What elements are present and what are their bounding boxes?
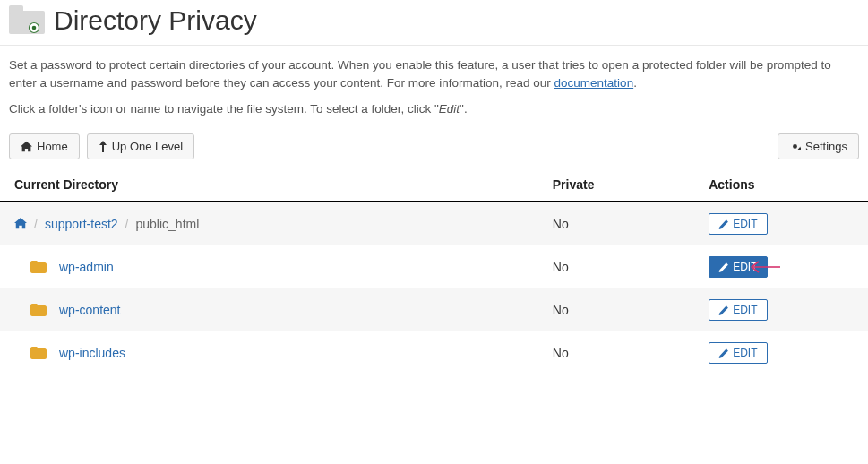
folder-icon bbox=[30, 347, 47, 359]
intro-sub-text: Click a folder's icon or name to navigat… bbox=[0, 91, 868, 128]
folder-name-link[interactable]: wp-admin bbox=[59, 260, 114, 274]
col-header-private: Private bbox=[538, 168, 694, 202]
table-row: wp-includesNoEDIT bbox=[0, 331, 868, 374]
table-header-row: Current Directory Private Actions bbox=[0, 168, 868, 202]
home-icon bbox=[14, 217, 27, 229]
page-title: Directory Privacy bbox=[54, 5, 257, 36]
folder-name-link[interactable]: wp-content bbox=[59, 303, 120, 317]
pencil-icon bbox=[718, 262, 728, 272]
folder-icon bbox=[30, 261, 47, 273]
breadcrumb-segment-1[interactable]: support-test2 bbox=[45, 217, 118, 231]
edit-button-label: EDIT bbox=[733, 218, 757, 230]
gear-icon bbox=[789, 141, 801, 152]
toolbar: Home Up One Level Settings bbox=[0, 128, 868, 168]
toolbar-left: Home Up One Level bbox=[9, 133, 194, 159]
home-icon bbox=[21, 141, 32, 152]
table-row: wp-contentNoEDIT bbox=[0, 288, 868, 331]
directory-privacy-icon bbox=[9, 5, 45, 36]
up-arrow-icon bbox=[99, 141, 107, 152]
settings-button[interactable]: Settings bbox=[778, 133, 859, 159]
private-value: No bbox=[538, 202, 694, 245]
page-header: Directory Privacy bbox=[0, 0, 868, 46]
svg-rect-1 bbox=[9, 5, 23, 14]
intro-before: Set a password to protect certain direct… bbox=[9, 58, 831, 90]
annotation-arrow-icon bbox=[748, 261, 780, 273]
table-row-breadcrumb: / support-test2 / public_html No EDIT bbox=[0, 202, 868, 245]
folder-entry: wp-admin bbox=[14, 260, 524, 274]
folder-name-link[interactable]: wp-includes bbox=[59, 346, 125, 360]
breadcrumb-home-link[interactable] bbox=[14, 217, 27, 232]
home-button-label: Home bbox=[37, 140, 68, 153]
breadcrumb-separator: / bbox=[34, 217, 38, 231]
pencil-icon bbox=[718, 348, 728, 358]
up-one-level-button[interactable]: Up One Level bbox=[87, 133, 195, 159]
edit-button[interactable]: EDIT bbox=[709, 342, 767, 364]
pencil-icon bbox=[718, 219, 728, 229]
intro-sub-suffix: ". bbox=[460, 102, 468, 116]
private-value: No bbox=[538, 331, 694, 374]
directory-table: Current Directory Private Actions / supp… bbox=[0, 168, 868, 374]
pencil-icon bbox=[718, 305, 728, 315]
folder-entry: wp-includes bbox=[14, 346, 524, 360]
home-button[interactable]: Home bbox=[9, 133, 80, 159]
edit-button-label: EDIT bbox=[733, 347, 757, 359]
intro-text: Set a password to protect certain direct… bbox=[0, 46, 868, 91]
col-header-actions: Actions bbox=[694, 168, 868, 202]
settings-button-label: Settings bbox=[805, 140, 847, 153]
intro-sub-prefix: Click a folder's icon or name to navigat… bbox=[9, 102, 439, 116]
intro-sub-em: Edit bbox=[439, 102, 460, 116]
private-value: No bbox=[538, 245, 694, 288]
edit-button[interactable]: EDIT bbox=[709, 213, 767, 235]
breadcrumb-separator: / bbox=[125, 217, 129, 231]
private-value: No bbox=[538, 288, 694, 331]
up-button-label: Up One Level bbox=[112, 140, 184, 153]
svg-point-3 bbox=[32, 26, 37, 30]
breadcrumb: / support-test2 / public_html bbox=[14, 217, 524, 232]
breadcrumb-current: public_html bbox=[136, 217, 200, 231]
edit-button[interactable]: EDIT bbox=[709, 299, 767, 321]
intro-after: . bbox=[633, 76, 637, 90]
folder-icon bbox=[30, 304, 47, 316]
edit-button-label: EDIT bbox=[733, 304, 757, 316]
documentation-link[interactable]: documentation bbox=[554, 76, 634, 90]
table-row: wp-adminNoEDIT bbox=[0, 245, 868, 288]
col-header-directory: Current Directory bbox=[0, 168, 538, 202]
folder-entry: wp-content bbox=[14, 303, 524, 317]
